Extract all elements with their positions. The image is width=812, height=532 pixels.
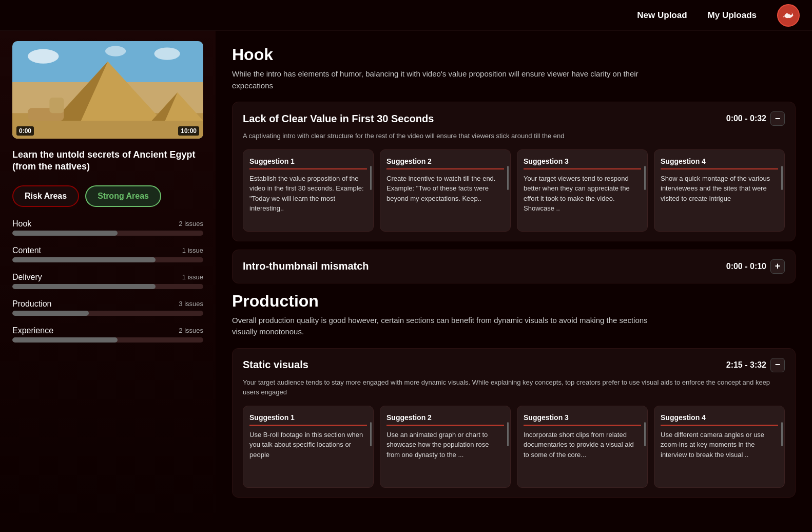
header-nav: New Upload My Uploads [637, 4, 800, 27]
metric-delivery-bar-fill [12, 284, 156, 289]
metric-hook: Hook 2 issues [12, 219, 203, 236]
suggestions-row-static-visuals: Suggestion 1 Use B-roll footage in this … [243, 406, 785, 488]
avatar[interactable] [777, 4, 800, 27]
issue-title-static-visuals: Static visuals [243, 359, 308, 371]
svg-point-13 [105, 46, 126, 56]
production-suggestion-card-2: Suggestion 2 Use an animated graph or ch… [380, 406, 511, 488]
production-section-subtitle: Overall production quality is good howev… [232, 315, 653, 338]
suggestion-text-4: Show a quick montage of the various inte… [661, 174, 778, 204]
production-section-title: Production [232, 292, 796, 311]
new-upload-link[interactable]: New Upload [637, 10, 687, 21]
metric-delivery: Delivery 1 issue [12, 273, 203, 289]
metric-delivery-bar-bg [12, 284, 203, 289]
metric-production-issues: 3 issues [179, 300, 203, 308]
video-title: Learn the untold secrets of Ancient Egyp… [12, 149, 203, 173]
sidebar: 0:00 10:00 Learn the untold secrets of A… [0, 31, 216, 532]
tab-group: Risk Areas Strong Areas [12, 185, 203, 207]
metric-content-name: Content [12, 246, 41, 255]
suggestion-card-3: Suggestion 3 Your target viewers tend to… [517, 149, 648, 232]
production-suggestion-scrollbar-4[interactable] [781, 422, 783, 446]
production-suggestion-scrollbar-2[interactable] [507, 422, 509, 446]
metric-hook-bar-fill [12, 231, 118, 236]
metric-hook-issues: 2 issues [179, 220, 203, 227]
strong-areas-tab[interactable]: Strong Areas [85, 185, 161, 207]
metric-content-bar-fill [12, 257, 156, 262]
issue-time-thumb-text: 0:00 - 0:10 [726, 262, 766, 271]
svg-rect-10 [49, 98, 64, 113]
suggestion-label-2: Suggestion 2 [386, 157, 504, 169]
issue-desc-lack-of-value: A captivating intro with clear structure… [243, 131, 785, 141]
suggestion-scrollbar-1[interactable] [370, 166, 372, 190]
hook-section-subtitle: While the intro has elements of humor, b… [232, 68, 653, 91]
issue-title-lack-of-value: Lack of Clear Value in First 30 Seconds [243, 113, 434, 125]
production-suggestion-label-1: Suggestion 1 [249, 413, 367, 426]
metric-production-header: Production 3 issues [12, 299, 203, 309]
issue-time-static-visuals: 2:15 - 3:32 − [726, 358, 785, 372]
svg-point-12 [154, 48, 180, 60]
suggestion-scrollbar-4[interactable] [781, 166, 783, 190]
metric-experience-issues: 2 issues [179, 327, 203, 334]
metric-delivery-name: Delivery [12, 273, 42, 282]
expand-button-thumbnail-mismatch[interactable]: + [770, 259, 785, 274]
metric-hook-header: Hook 2 issues [12, 219, 203, 229]
production-suggestion-text-2: Use an animated graph or chart to showca… [386, 430, 504, 460]
issue-card-static-visuals-header: Static visuals 2:15 - 3:32 − [243, 358, 785, 372]
metric-hook-name: Hook [12, 219, 31, 229]
my-uploads-link[interactable]: My Uploads [708, 10, 757, 21]
svg-point-1 [789, 12, 792, 15]
metric-experience-header: Experience 2 issues [12, 326, 203, 335]
production-suggestion-card-3: Suggestion 3 Incorporate short clips fro… [517, 406, 648, 488]
metric-content: Content 1 issue [12, 246, 203, 262]
issue-card-thumbnail-header: Intro-thumbnail mismatch 0:00 - 0:10 + [243, 259, 785, 274]
suggestion-text-2: Create incentive to watch till the end. … [386, 174, 504, 204]
content-panel: Hook While the intro has elements of hum… [216, 31, 812, 532]
issue-time-text: 0:00 - 0:32 [726, 114, 766, 123]
issue-card-lack-of-value-header: Lack of Clear Value in First 30 Seconds … [243, 111, 785, 126]
suggestion-text-1: Establish the value proposition of the v… [249, 174, 367, 214]
metric-production-bar-fill [12, 311, 89, 316]
metric-production: Production 3 issues [12, 299, 203, 316]
collapse-button-lack-of-value[interactable]: − [770, 111, 785, 126]
issue-title-thumbnail-mismatch: Intro-thumbnail mismatch [243, 260, 369, 272]
suggestion-text-3: Your target viewers tend to respond bett… [524, 174, 641, 214]
metric-experience-bar-fill [12, 337, 118, 343]
suggestion-label-3: Suggestion 3 [524, 157, 641, 169]
header: New Upload My Uploads [0, 0, 812, 31]
collapse-button-static-visuals[interactable]: − [770, 358, 785, 372]
production-suggestion-text-1: Use B-roll footage in this section when … [249, 430, 367, 460]
suggestion-scrollbar-3[interactable] [644, 166, 646, 190]
suggestions-row-lack-of-value: Suggestion 1 Establish the value proposi… [243, 149, 785, 232]
issue-time-static-text: 2:15 - 3:32 [726, 360, 766, 370]
production-suggestion-label-3: Suggestion 3 [524, 413, 641, 426]
issue-desc-static-visuals: Your target audience tends to stay more … [243, 377, 785, 397]
metric-production-bar-bg [12, 311, 203, 316]
suggestion-scrollbar-2[interactable] [507, 166, 509, 190]
production-suggestion-card-1: Suggestion 1 Use B-roll footage in this … [243, 406, 374, 488]
metric-content-issues: 1 issue [182, 246, 203, 254]
video-time-current: 0:00 [16, 126, 34, 136]
production-suggestion-text-4: Use different camera angles or use zoom-… [661, 430, 778, 460]
suggestion-card-2: Suggestion 2 Create incentive to watch t… [380, 149, 511, 232]
metric-production-name: Production [12, 299, 52, 309]
main-layout: 0:00 10:00 Learn the untold secrets of A… [0, 31, 812, 532]
metric-delivery-header: Delivery 1 issue [12, 273, 203, 282]
issue-card-lack-of-value: Lack of Clear Value in First 30 Seconds … [232, 102, 796, 241]
video-time-total: 10:00 [178, 126, 199, 136]
hook-section-title: Hook [232, 45, 796, 64]
metric-hook-bar-bg [12, 231, 203, 236]
issue-card-static-visuals: Static visuals 2:15 - 3:32 − Your target… [232, 348, 796, 498]
suggestion-label-1: Suggestion 1 [249, 157, 367, 169]
svg-point-11 [28, 49, 59, 64]
suggestion-card-1: Suggestion 1 Establish the value proposi… [243, 149, 374, 232]
issue-card-thumbnail-mismatch: Intro-thumbnail mismatch 0:00 - 0:10 + [232, 250, 796, 283]
metric-experience-name: Experience [12, 326, 53, 335]
metric-content-bar-bg [12, 257, 203, 262]
risk-areas-tab[interactable]: Risk Areas [12, 185, 79, 207]
video-thumbnail[interactable]: 0:00 10:00 [12, 41, 203, 139]
metrics-list: Hook 2 issues Content 1 issue Delive [12, 219, 203, 343]
suggestion-card-4: Suggestion 4 Show a quick montage of the… [654, 149, 785, 232]
production-suggestion-scrollbar-1[interactable] [370, 422, 372, 446]
suggestion-label-4: Suggestion 4 [661, 157, 778, 169]
production-suggestion-scrollbar-3[interactable] [644, 422, 646, 446]
metric-content-header: Content 1 issue [12, 246, 203, 255]
